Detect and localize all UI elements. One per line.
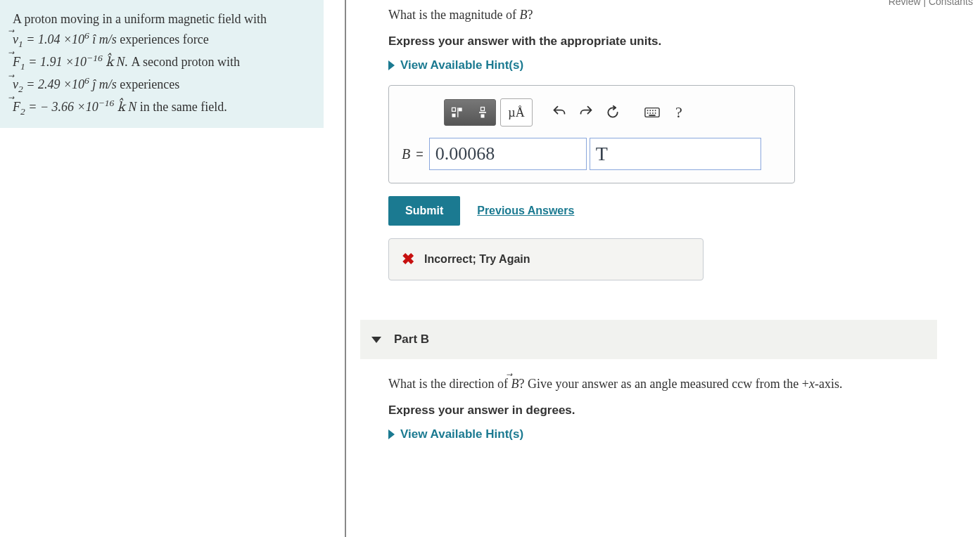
fraction-button[interactable] bbox=[470, 100, 495, 125]
svg-rect-4 bbox=[481, 108, 485, 111]
part-a-instruction: Express your answer with the appropriate… bbox=[388, 34, 966, 48]
review-link[interactable]: Review bbox=[889, 0, 921, 7]
vertical-divider bbox=[345, 0, 346, 537]
svg-point-10 bbox=[652, 110, 654, 111]
units-label: µÅ bbox=[508, 105, 524, 120]
svg-point-9 bbox=[649, 110, 651, 111]
constants-link[interactable]: Constants bbox=[929, 0, 973, 7]
equals-label: = bbox=[416, 147, 424, 162]
input-var-label: B bbox=[402, 146, 410, 162]
question-text: ? bbox=[527, 8, 533, 22]
undo-button[interactable] bbox=[547, 100, 572, 125]
part-a-question: What is the magnitude of B? bbox=[388, 6, 966, 25]
hints-label: View Available Hint(s) bbox=[400, 58, 523, 72]
svg-rect-2 bbox=[459, 108, 462, 111]
chevron-right-icon bbox=[388, 60, 395, 70]
problem-text: A second proton with bbox=[132, 55, 241, 69]
units-button[interactable]: µÅ bbox=[500, 98, 533, 127]
feedback-text: Incorrect; Try Again bbox=[424, 253, 530, 266]
svg-point-15 bbox=[655, 112, 656, 114]
templates-button[interactable] bbox=[445, 100, 470, 125]
equation-toolbar: µÅ ? bbox=[444, 98, 782, 127]
var-b: B bbox=[519, 8, 527, 22]
svg-point-12 bbox=[647, 112, 649, 114]
part-b-header[interactable]: Part B bbox=[360, 320, 937, 359]
problem-statement: A proton moving in a uniform magnetic fi… bbox=[0, 0, 324, 128]
problem-text: in the same field. bbox=[140, 100, 227, 114]
problem-text: A proton moving in a uniform magnetic fi… bbox=[13, 12, 267, 26]
question-text: What is the magnitude of bbox=[388, 8, 519, 22]
problem-text: experiences bbox=[120, 77, 179, 91]
top-links: Review | Constants bbox=[889, 0, 973, 7]
svg-rect-16 bbox=[649, 115, 655, 116]
unit-input[interactable] bbox=[590, 138, 761, 170]
v2-expr: v⃗2 = 2.49 ×106 ĵ m/s bbox=[13, 77, 120, 91]
hints-toggle[interactable]: View Available Hint(s) bbox=[388, 58, 966, 72]
x-icon: ✖ bbox=[402, 250, 414, 268]
svg-point-11 bbox=[655, 110, 656, 111]
svg-point-8 bbox=[647, 110, 649, 111]
part-b-label: Part B bbox=[394, 332, 429, 347]
submit-button[interactable]: Submit bbox=[388, 196, 460, 226]
f1-expr: F⃗1 = 1.91 ×10−16 k̂ N. bbox=[13, 55, 132, 69]
chevron-down-icon bbox=[371, 337, 381, 343]
hints-label: View Available Hint(s) bbox=[400, 427, 523, 441]
chevron-right-icon bbox=[388, 429, 395, 439]
reset-button[interactable] bbox=[600, 100, 625, 125]
problem-text: experiences force bbox=[120, 32, 208, 46]
answer-entry-box: µÅ ? B = bbox=[388, 85, 795, 183]
magnitude-input[interactable] bbox=[429, 138, 587, 170]
svg-rect-1 bbox=[452, 114, 456, 117]
svg-rect-0 bbox=[452, 108, 456, 111]
part-b-question: What is the direction of B⃗? Give your a… bbox=[388, 375, 966, 394]
svg-point-13 bbox=[649, 112, 651, 114]
problem-panel: A proton moving in a uniform magnetic fi… bbox=[0, 0, 345, 537]
keyboard-button[interactable] bbox=[639, 100, 665, 125]
part-b-hints-toggle[interactable]: View Available Hint(s) bbox=[388, 427, 966, 441]
svg-rect-6 bbox=[481, 115, 485, 118]
help-button[interactable]: ? bbox=[666, 100, 692, 125]
previous-answers-link[interactable]: Previous Answers bbox=[477, 205, 574, 217]
v1-expr: v⃗1 = 1.04 ×106 î m/s bbox=[13, 32, 120, 46]
redo-button[interactable] bbox=[573, 100, 599, 125]
feedback-box: ✖ Incorrect; Try Again bbox=[388, 238, 704, 280]
part-b-instruction: Express your answer in degrees. bbox=[388, 403, 966, 418]
svg-point-14 bbox=[652, 112, 654, 114]
f2-expr: F⃗2 = − 3.66 ×10−16 k̂ N bbox=[13, 100, 140, 114]
